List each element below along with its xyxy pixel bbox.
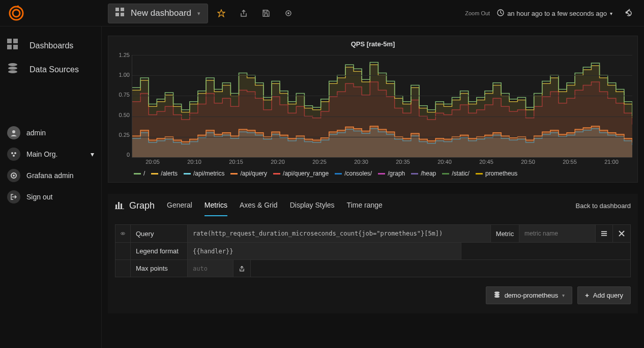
query-editor: Query rate(http_request_duration_microse… [115, 224, 631, 277]
sidebar-org-label: Main Org. [26, 150, 57, 158]
sidebar-user-label: admin [26, 129, 46, 137]
graph-panel: QPS [rate-5m] 1.25 1.00 0.75 0.50 0.25 0… [108, 36, 638, 183]
svg-point-14 [13, 175, 15, 177]
svg-point-6 [8, 63, 17, 66]
svg-rect-24 [121, 204, 122, 209]
sidebar-signout-label: Sign out [26, 193, 52, 201]
svg-point-10 [11, 152, 13, 154]
avatar-icon [7, 126, 20, 139]
gear-icon [7, 169, 20, 182]
dashboard-picker[interactable]: New dashboard ▾ [108, 4, 208, 23]
svg-rect-25 [115, 209, 124, 209]
svg-rect-16 [121, 8, 124, 11]
tab-display-styles[interactable]: Display Styles [290, 195, 335, 216]
metric-label: Metric [491, 225, 519, 242]
plus-icon: + [585, 292, 589, 299]
dashboard-grid-icon [115, 8, 125, 19]
query-label: Query [131, 225, 188, 242]
svg-rect-2 [7, 39, 12, 43]
star-button[interactable] [212, 4, 230, 22]
chart-plot[interactable] [132, 55, 632, 158]
legend-item[interactable]: /api/query_range [273, 170, 329, 177]
bar-chart-icon [115, 200, 124, 212]
datasources-icon [7, 63, 21, 76]
dashboards-icon [7, 39, 21, 52]
legend-format-input[interactable]: {{handler}} [188, 243, 461, 259]
tab-axes-grid[interactable]: Axes & Grid [240, 195, 278, 216]
time-range-picker[interactable]: an hour ago to a few seconds ago ▾ [497, 9, 612, 18]
svg-point-8 [8, 70, 17, 73]
y-axis: 1.25 1.00 0.75 0.50 0.25 0 [108, 52, 130, 158]
svg-point-9 [12, 130, 15, 133]
zoom-out-button[interactable]: Zoom Out [465, 10, 490, 16]
legend-item[interactable]: /consoles/ [335, 170, 372, 177]
query-visibility-toggle[interactable] [115, 225, 131, 242]
max-points-input[interactable]: auto [188, 260, 233, 277]
sidebar-item-label: Data Sources [30, 65, 79, 74]
org-icon [7, 148, 20, 161]
svg-rect-5 [13, 45, 18, 49]
metric-input[interactable]: metric name [519, 225, 596, 242]
add-query-button[interactable]: + Add query [577, 286, 631, 304]
datasource-picker[interactable]: demo-prometheus ▾ [486, 286, 573, 304]
tab-metrics[interactable]: Metrics [204, 195, 227, 216]
database-icon [493, 291, 501, 300]
sidebar-item-admin[interactable]: Grafana admin [0, 165, 101, 186]
sidebar-item-datasources[interactable]: Data Sources [0, 57, 101, 81]
legend-item[interactable]: /static/ [442, 170, 470, 177]
legend-item[interactable]: /graph [378, 170, 405, 177]
chevron-down-icon: ▾ [610, 11, 612, 16]
grafana-logo[interactable] [6, 3, 26, 23]
share-button[interactable] [235, 4, 253, 22]
svg-rect-18 [121, 13, 124, 16]
svg-point-1 [13, 10, 20, 17]
svg-point-27 [122, 233, 123, 234]
panel-title: QPS [rate-5m] [108, 36, 637, 50]
svg-rect-3 [13, 39, 18, 43]
svg-rect-22 [115, 205, 117, 209]
svg-rect-28 [601, 231, 607, 232]
svg-rect-15 [115, 8, 119, 11]
sidebar-item-label: Dashboards [30, 41, 73, 50]
legend-item[interactable]: /api/query [230, 170, 267, 177]
sidebar-admin-label: Grafana admin [26, 171, 74, 180]
query-remove-button[interactable] [613, 225, 630, 242]
sidebar-item-dashboards[interactable]: Dashboards [0, 34, 101, 57]
tab-time-range[interactable]: Time range [347, 195, 383, 216]
svg-point-33 [494, 296, 500, 298]
svg-point-12 [13, 155, 15, 157]
legend-item[interactable]: /api/metrics [184, 170, 224, 177]
clock-icon [497, 9, 504, 18]
x-axis: 20:0520:1020:1520:2020:2520:3020:3520:40… [132, 159, 632, 167]
svg-point-7 [8, 67, 17, 70]
panel-type-label: Graph [115, 200, 155, 212]
svg-point-20 [287, 12, 289, 14]
chart-legend: //alerts/api/metrics/api/query/api/query… [108, 167, 637, 182]
query-input[interactable]: rate(http_request_duration_microseconds_… [188, 225, 491, 242]
max-points-label: Max points [131, 260, 188, 277]
settings-button[interactable] [279, 4, 298, 22]
save-button[interactable] [257, 4, 275, 22]
chevron-down-icon: ▾ [197, 10, 200, 17]
tab-general[interactable]: General [167, 195, 192, 216]
sidebar-item-signout[interactable]: Sign out [0, 186, 101, 208]
back-to-dashboard-link[interactable]: Back to dashboard [576, 202, 631, 210]
legend-item[interactable]: / [134, 170, 145, 177]
legend-item[interactable]: prometheus [476, 170, 517, 177]
signout-icon [7, 190, 20, 204]
refresh-button[interactable] [620, 4, 638, 22]
sidebar-item-user[interactable]: admin [0, 122, 101, 143]
chevron-down-icon: ▾ [91, 150, 94, 158]
svg-rect-29 [601, 233, 607, 234]
svg-point-0 [10, 7, 23, 20]
legend-format-label: Legend format [131, 243, 188, 259]
dashboard-title: New dashboard [131, 8, 191, 18]
legend-item[interactable]: /heap [411, 170, 436, 177]
chevron-down-icon: ▾ [562, 293, 565, 298]
legend-item[interactable]: /alerts [151, 170, 178, 177]
svg-rect-30 [601, 235, 607, 236]
sidebar-item-org[interactable]: Main Org. ▾ [0, 143, 101, 165]
query-menu-button[interactable] [596, 225, 613, 242]
max-points-link-button[interactable] [233, 260, 251, 277]
svg-rect-23 [118, 202, 120, 209]
